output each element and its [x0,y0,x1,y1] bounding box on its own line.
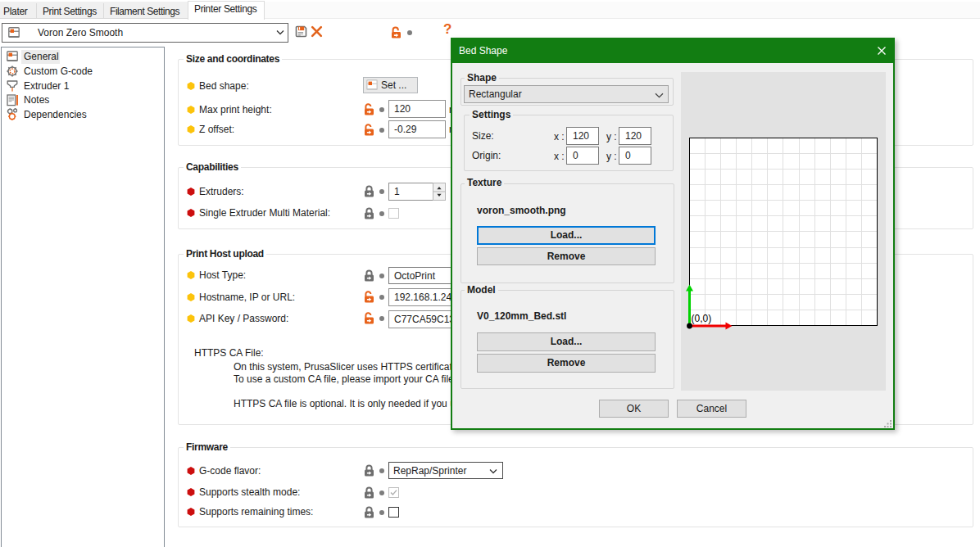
svg-text:(0,0): (0,0) [692,313,712,324]
